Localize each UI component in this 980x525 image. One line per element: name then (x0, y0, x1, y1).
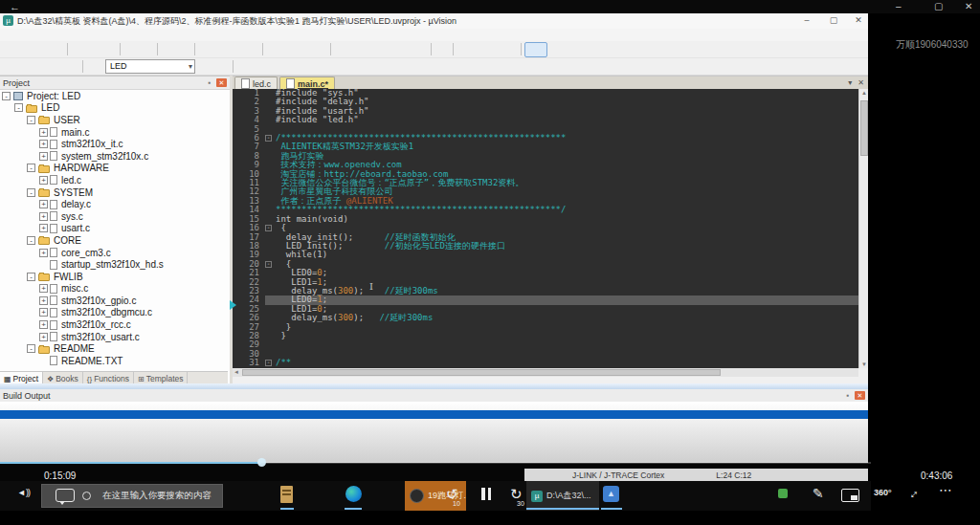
fold-marker[interactable] (265, 117, 272, 123)
enable-breakpoint-icon[interactable] (472, 43, 487, 56)
fold-marker[interactable] (265, 252, 272, 258)
books-config-icon[interactable] (282, 60, 298, 74)
tree-item[interactable]: - USER (0, 114, 228, 126)
fold-marker[interactable]: - (265, 225, 272, 231)
scroll-thumb[interactable] (860, 100, 868, 156)
video-content[interactable]: µ D:\A盘32\精英板 资料盘(A盘)\4、程序源码\2、标准例程-库函数版… (0, 13, 871, 511)
window-select-icon[interactable] (524, 42, 547, 57)
expand-box[interactable]: + (39, 308, 48, 317)
spell-check-icon[interactable] (382, 43, 397, 56)
build-output-line[interactable] (0, 444, 868, 452)
navigate-forward-icon[interactable] (176, 43, 191, 56)
tree-item[interactable]: + misc.c (0, 283, 228, 295)
player-minimize-button[interactable]: – (896, 0, 902, 13)
build-output-log[interactable] (0, 402, 868, 463)
splitter-arrow-icon[interactable] (230, 300, 236, 310)
tree-item[interactable]: + stm32f10x_rcc.c (0, 318, 228, 331)
uvision-minimize-button[interactable]: – (796, 14, 817, 27)
fold-marker[interactable] (265, 351, 272, 358)
expand-box[interactable] (39, 260, 48, 269)
edge-browser-icon[interactable] (345, 486, 362, 502)
save-icon[interactable] (33, 43, 49, 56)
fold-marker[interactable] (265, 243, 272, 250)
fold-marker[interactable] (265, 188, 272, 195)
fold-marker[interactable] (265, 198, 272, 205)
tree-item[interactable]: + stm32f10x_gpio.c (0, 295, 228, 307)
build-output-line[interactable] (0, 410, 868, 419)
target-select[interactable]: LED (105, 59, 195, 74)
blue-app-icon[interactable]: ▲ (603, 486, 619, 502)
expand-box[interactable]: + (39, 212, 48, 221)
annotate-pencil-icon[interactable]: ✎ (813, 486, 824, 501)
manage-items-icon[interactable] (236, 60, 252, 74)
build-icon[interactable] (18, 60, 33, 74)
pack-installer-icon[interactable] (298, 60, 313, 74)
expand-box[interactable]: - (14, 103, 23, 112)
tree-item[interactable]: + stm32f10x_usart.c (0, 331, 228, 343)
edit-pen-icon[interactable] (397, 43, 412, 56)
stop-build-icon[interactable] (64, 60, 79, 74)
close-icon[interactable]: ✕ (216, 78, 227, 87)
toolbar-icon[interactable] (431, 43, 432, 55)
disable-all-breakpoints-icon[interactable] (487, 43, 502, 56)
notes-app-icon[interactable] (280, 486, 293, 503)
pin-icon[interactable]: ▪ (843, 391, 853, 400)
expand-box[interactable]: + (39, 128, 48, 137)
paste-icon[interactable] (101, 43, 117, 56)
progress-knob[interactable] (257, 458, 266, 467)
scroll-up-icon[interactable]: ▲ (860, 90, 868, 96)
toolbar-icon[interactable] (262, 43, 263, 55)
build-output-line[interactable] (0, 419, 868, 427)
player-close-button[interactable]: ✕ (965, 0, 972, 13)
toolbar-icon[interactable] (120, 43, 121, 55)
expand-box[interactable]: - (27, 188, 35, 197)
tree-item[interactable]: - LED (0, 102, 228, 115)
toolbar-icon[interactable] (233, 60, 234, 73)
flash-download-icon[interactable] (86, 60, 101, 74)
tree-item[interactable]: - SYSTEM (0, 186, 228, 199)
fold-marker[interactable]: - (265, 261, 272, 268)
toolbar-icon[interactable] (521, 43, 522, 55)
rotate-360-icon[interactable]: 360° (874, 488, 892, 497)
expand-box[interactable]: + (39, 320, 48, 329)
outdent-icon[interactable] (281, 43, 297, 56)
close-icon[interactable]: ✕ (855, 391, 865, 400)
uvision-taskbar-button[interactable]: µ D:\A盘32\... (526, 481, 599, 511)
expand-box[interactable]: - (2, 92, 11, 100)
breakpoint-icon[interactable] (457, 43, 472, 56)
expand-box[interactable]: - (27, 273, 35, 281)
toolbar-icon[interactable] (82, 60, 83, 73)
copy-icon[interactable] (86, 43, 101, 56)
batch-build-icon[interactable] (49, 60, 64, 74)
toolbar-icon[interactable] (67, 43, 68, 55)
fold-marker[interactable] (265, 306, 272, 313)
clear-bookmarks-icon[interactable] (244, 43, 259, 56)
fold-marker[interactable] (265, 180, 272, 186)
undo-icon[interactable] (123, 43, 139, 56)
tree-item[interactable]: + system_stm32f10x.c (0, 150, 228, 163)
pin-icon[interactable]: ▪ (205, 78, 214, 87)
back-icon[interactable]: ← (10, 0, 20, 13)
tree-item[interactable]: README.TXT (0, 355, 228, 367)
expand-box[interactable]: + (39, 176, 48, 185)
target-options-icon[interactable] (214, 60, 230, 74)
fold-marker[interactable] (265, 279, 272, 286)
fold-marker[interactable] (265, 288, 272, 295)
scroll-down-icon[interactable]: ▼ (860, 361, 868, 367)
tree-item[interactable]: + main.c (0, 126, 228, 139)
new-file-icon[interactable] (3, 43, 18, 56)
fold-marker[interactable] (265, 171, 272, 178)
expand-box[interactable] (39, 357, 48, 365)
expand-box[interactable]: + (39, 200, 48, 208)
pause-button[interactable] (481, 488, 491, 500)
tray-icon[interactable] (778, 489, 788, 498)
fold-marker[interactable] (265, 126, 272, 133)
fold-marker[interactable] (265, 153, 272, 160)
tree-item[interactable]: + delay.c (0, 198, 228, 210)
fold-marker[interactable]: - (265, 360, 272, 366)
expand-box[interactable]: - (27, 164, 35, 172)
tree-item[interactable]: + usart.c (0, 223, 228, 235)
expand-box[interactable]: + (39, 224, 48, 232)
fold-marker[interactable]: - (265, 135, 272, 142)
more-options-icon[interactable]: ⋯ (939, 482, 953, 497)
